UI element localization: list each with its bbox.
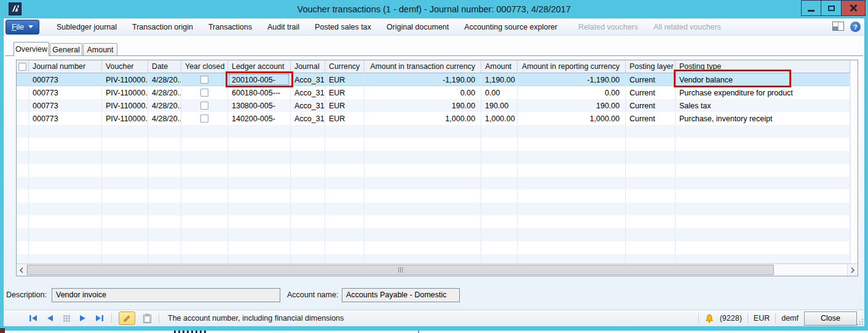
cell-posting-layer[interactable]: Current [626,99,676,112]
column-header-voucher[interactable]: Voucher [102,60,148,73]
row-selector-cell[interactable] [17,99,29,112]
cell-ledger-account[interactable]: 600180-005--- [228,86,291,99]
cell-journal-number[interactable]: 000773 [29,73,102,86]
row-selector-cell[interactable] [17,86,29,99]
row-selector-cell[interactable] [17,112,29,125]
cell-currency[interactable]: EUR [325,86,365,99]
table-row[interactable]: 000773PIV-110000...4/28/20...200100-005-… [17,73,850,86]
menu-item-accounting-source-explorer[interactable]: Accounting source explorer [463,20,558,34]
grid-view-icon[interactable] [61,313,71,323]
cell-posting-type[interactable]: Purchase expenditure for product [676,86,850,99]
close-window-button[interactable] [842,0,866,16]
column-header-year-closed[interactable]: Year closed [181,60,228,73]
cell-currency[interactable]: EUR [325,112,365,125]
cell-currency[interactable]: EUR [325,99,365,112]
titlebar[interactable]: Voucher transactions (1 - demf) - Journa… [0,0,868,18]
column-header-amount[interactable]: Amount [481,60,518,73]
column-header-select-all[interactable] [17,60,29,73]
cell-posting-type[interactable]: Sales tax [676,99,850,112]
cell-journal-number[interactable]: 000773 [29,112,102,125]
column-header-posting-type[interactable]: Posting type [676,60,850,73]
menu-item-transaction-origin[interactable]: Transaction origin [131,20,194,34]
horizontal-scrollbar-thumb[interactable] [27,265,774,275]
tab-overview[interactable]: Overview [14,42,49,56]
account-name-input[interactable]: Accounts Payable - Domestic [342,288,460,302]
notification-count[interactable]: (9228) [720,314,742,323]
maximize-button[interactable] [821,0,842,16]
cell-year-closed[interactable] [181,73,228,86]
statusbar-company[interactable]: demf [781,314,799,323]
horizontal-scrollbar[interactable] [17,263,858,276]
cell-amount-transaction[interactable]: -1,190.00 [365,73,481,86]
column-header-amount-reporting[interactable]: Amount in reporting currency [518,60,626,73]
cell-date[interactable]: 4/28/20... [148,99,181,112]
column-header-journal[interactable]: Journal [291,60,325,73]
year-closed-checkbox[interactable] [200,114,208,122]
description-input[interactable]: Vendor invoice [52,288,280,302]
cell-date[interactable]: 4/28/20... [148,73,181,86]
edit-record-button[interactable] [119,311,135,325]
scroll-right-button[interactable] [847,264,858,276]
last-record-button[interactable] [95,313,105,323]
column-header-currency[interactable]: Currency [325,60,365,73]
cell-amount[interactable]: 1,190.00 [481,73,518,86]
notifications-bell-icon[interactable] [704,313,714,323]
cell-voucher[interactable]: PIV-110000... [102,112,148,125]
menu-item-original-document[interactable]: Original document [385,20,450,34]
column-header-amount-transaction[interactable]: Amount in transaction currency [365,60,481,73]
next-record-button[interactable] [78,313,88,323]
menu-item-audit-trail[interactable]: Audit trail [266,20,301,34]
cell-amount[interactable]: 1,000.00 [481,112,518,125]
cell-amount-transaction[interactable]: 190.00 [365,99,481,112]
cell-year-closed[interactable] [181,86,228,99]
cell-amount[interactable]: 0.00 [481,86,518,99]
first-record-button[interactable] [28,313,38,323]
cell-posting-type[interactable]: Vendor balance [676,73,850,86]
cell-ledger-account[interactable]: 130800-005- [228,99,291,112]
table-row[interactable]: 000773PIV-110000...4/28/20...140200-005-… [17,112,850,125]
clipboard-icon[interactable] [142,313,152,323]
file-menu-button[interactable]: File [6,20,39,34]
cell-posting-layer[interactable]: Current [626,73,676,86]
cell-amount-reporting[interactable]: 1,000.00 [518,112,626,125]
resize-grip[interactable] [856,318,863,325]
close-button[interactable]: Close [804,311,857,326]
cell-journal[interactable]: Acco_31 [291,86,325,99]
row-selector-cell[interactable] [17,73,29,86]
cell-date[interactable]: 4/28/20... [148,112,181,125]
year-closed-checkbox[interactable] [200,102,208,110]
cell-currency[interactable]: EUR [325,73,365,86]
table-row[interactable]: 000773PIV-110000...4/28/20...130800-005-… [17,99,850,112]
tab-general[interactable]: General [50,43,82,56]
year-closed-checkbox[interactable] [200,89,208,97]
menu-item-transactions[interactable]: Transactions [207,20,253,34]
cell-year-closed[interactable] [181,112,228,125]
cell-year-closed[interactable] [181,99,228,112]
cell-voucher[interactable]: PIV-110000... [102,99,148,112]
cell-amount-reporting[interactable]: 190.00 [518,99,626,112]
vertical-scrollbar[interactable] [850,60,858,263]
previous-record-button[interactable] [45,313,55,323]
cell-posting-layer[interactable]: Current [626,112,676,125]
cell-journal-number[interactable]: 000773 [29,99,102,112]
table-row[interactable]: 000773PIV-110000...4/28/20...600180-005-… [17,86,850,99]
layout-pane-icon[interactable] [832,22,844,33]
cell-journal-number[interactable]: 000773 [29,86,102,99]
column-header-ledger-account[interactable]: Ledger account [228,60,291,73]
menu-item-subledger-journal[interactable]: Subledger journal [55,20,118,34]
tab-amount[interactable]: Amount [83,43,117,56]
cell-journal[interactable]: Acco_31 [291,112,325,125]
cell-ledger-account[interactable]: 140200-005- [228,112,291,125]
cell-amount-transaction[interactable]: 1,000.00 [365,112,481,125]
cell-posting-layer[interactable]: Current [626,86,676,99]
cell-journal[interactable]: Acco_31 [291,99,325,112]
cell-voucher[interactable]: PIV-110000... [102,86,148,99]
cell-ledger-account[interactable]: 200100-005- [228,73,291,86]
select-all-checkbox[interactable] [18,63,26,71]
help-icon[interactable]: ? [850,22,861,32]
cell-voucher[interactable]: PIV-110000... [102,73,148,86]
menu-item-posted-sales-tax[interactable]: Posted sales tax [314,20,373,34]
minimize-button[interactable] [801,0,821,16]
column-header-journal-number[interactable]: Journal number [29,60,102,73]
cell-amount-transaction[interactable]: 0.00 [365,86,481,99]
